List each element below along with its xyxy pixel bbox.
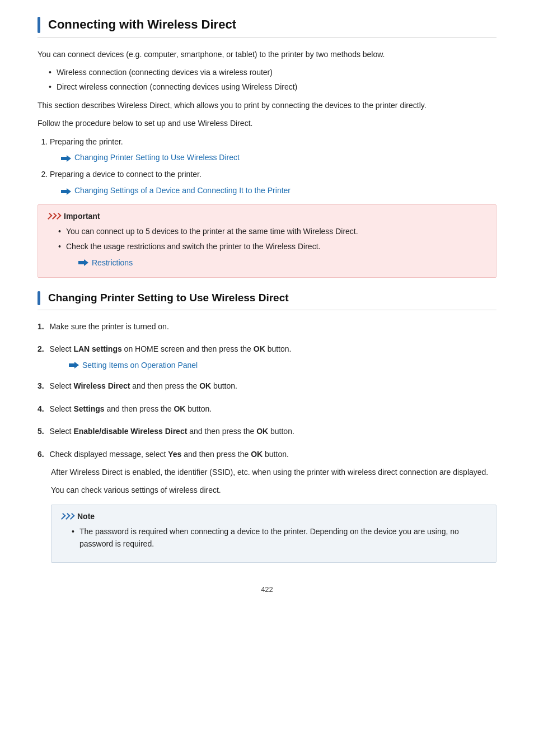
- step6-bold1: Yes: [168, 450, 181, 459]
- step2-after: on HOME screen and then press the: [122, 344, 254, 353]
- link-changing-settings-device[interactable]: Changing Settings of a Device and Connec…: [61, 184, 496, 197]
- bullet-item: Wireless connection (connecting devices …: [49, 66, 496, 78]
- step5-num: 5.: [38, 427, 44, 436]
- step5-text: 5. Select Enable/disable Wireless Direct…: [38, 425, 496, 437]
- step3-end: button.: [211, 381, 237, 390]
- step4-bold2: OK: [174, 404, 185, 413]
- step3-bold2: OK: [199, 381, 211, 390]
- step3-before: Select: [50, 381, 74, 390]
- section2-step5: 5. Select Enable/disable Wireless Direct…: [38, 425, 496, 437]
- section1-title: Connecting with Wireless Direct: [48, 17, 236, 33]
- section1-desc1: This section describes Wireless Direct, …: [38, 99, 496, 111]
- blue-bar-accent: [38, 17, 40, 33]
- arrow-icon-2: [61, 186, 71, 194]
- step1-content: Make sure the printer is turned on.: [50, 322, 169, 331]
- link-changing-settings-device-label: Changing Settings of a Device and Connec…: [74, 184, 291, 197]
- step3-num: 3.: [38, 381, 44, 390]
- step4-text: 4. Select Settings and then press the OK…: [38, 403, 496, 415]
- section1-title-block: Connecting with Wireless Direct: [38, 17, 496, 38]
- step3-text: 3. Select Wireless Direct and then press…: [38, 380, 496, 392]
- step2-end: button.: [265, 344, 292, 353]
- section1-steps-list: Preparing the printer. Changing Printer …: [38, 136, 496, 197]
- step6-end: button.: [263, 450, 289, 459]
- link-changing-printer-setting-label: Changing Printer Setting to Use Wireless…: [74, 151, 240, 164]
- step5-bold1: Enable/disable Wireless Direct: [73, 427, 187, 436]
- step4-bold1: Settings: [73, 404, 104, 413]
- blue-bar-accent-2: [38, 291, 40, 305]
- step3-bold1: Wireless Direct: [73, 381, 130, 390]
- triple-chevron-note-icon: [60, 514, 74, 519]
- link-changing-printer-setting[interactable]: Changing Printer Setting to Use Wireless…: [61, 151, 496, 164]
- link-setting-items[interactable]: Setting Items on Operation Panel: [69, 361, 496, 370]
- important-bullet-1: You can connect up to 5 devices to the p…: [58, 225, 487, 237]
- step5-bold2: OK: [256, 427, 268, 436]
- step1-num: 1.: [38, 322, 44, 331]
- link-setting-items-label: Setting Items on Operation Panel: [82, 361, 198, 370]
- note-header: Note: [60, 512, 487, 521]
- note-label: Note: [77, 512, 95, 521]
- step6-bold2: OK: [251, 450, 263, 459]
- step4-after: and then press the: [105, 404, 174, 413]
- step2-bold2: OK: [254, 344, 265, 353]
- step6-num: 6.: [38, 450, 44, 459]
- important-box: Important You can connect up to 5 device…: [38, 204, 496, 278]
- step2-item: Preparing a device to connect to the pri…: [50, 168, 496, 197]
- step2-bold1: LAN settings: [73, 344, 121, 353]
- section2-title-block: Changing Printer Setting to Use Wireless…: [38, 291, 496, 310]
- step2-text: 2. Select LAN settings on HOME screen an…: [38, 343, 496, 355]
- note-box: Note The password is required when conne…: [51, 505, 496, 563]
- step1-text: Preparing the printer.: [50, 137, 123, 146]
- svg-marker-2: [78, 259, 88, 266]
- section2-step3: 3. Select Wireless Direct and then press…: [38, 380, 496, 392]
- section2-step6: 6. Check displayed message, select Yes a…: [38, 448, 496, 563]
- step6-before: Check displayed message, select: [50, 450, 168, 459]
- section2-title: Changing Printer Setting to Use Wireless…: [48, 291, 289, 305]
- svg-marker-0: [61, 155, 71, 162]
- step1-item: Preparing the printer. Changing Printer …: [50, 136, 496, 164]
- arrow-icon: [61, 153, 71, 161]
- important-bullets: You can connect up to 5 devices to the p…: [47, 225, 487, 253]
- step2-before: Select: [50, 344, 74, 353]
- step6-after: and then press the: [181, 450, 251, 459]
- triple-chevron-icon: [47, 213, 60, 219]
- section2-step2: 2. Select LAN settings on HOME screen an…: [38, 343, 496, 370]
- step3-after: and then press the: [130, 381, 199, 390]
- link-restrictions[interactable]: Restrictions: [78, 258, 487, 267]
- important-label: Important: [64, 212, 100, 221]
- section1-intro: You can connect devices (e.g. computer, …: [38, 48, 496, 60]
- step4-before: Select: [50, 404, 74, 413]
- section1-desc2: Follow the procedure below to set up and…: [38, 117, 496, 129]
- step2-text: Preparing a device to connect to the pri…: [50, 170, 202, 179]
- svg-marker-3: [69, 362, 79, 368]
- section1-bullets: Wireless connection (connecting devices …: [38, 66, 496, 94]
- page-number: 422: [38, 585, 496, 594]
- step4-num: 4.: [38, 404, 44, 413]
- section2-step4: 4. Select Settings and then press the OK…: [38, 403, 496, 415]
- section2-step1: 1. Make sure the printer is turned on.: [38, 320, 496, 333]
- note-bullets: The password is required when connecting…: [60, 525, 487, 550]
- step5-after: and then press the: [187, 427, 256, 436]
- arrow-icon-setting-items: [69, 361, 79, 369]
- step1-text: 1. Make sure the printer is turned on.: [38, 320, 496, 333]
- link-restrictions-label: Restrictions: [92, 258, 133, 267]
- step5-before: Select: [50, 427, 74, 436]
- note-bullet-1: The password is required when connecting…: [72, 525, 487, 550]
- step6-extra2: You can check various settings of wirele…: [38, 484, 496, 496]
- important-bullet-2: Check the usage restrictions and switch …: [58, 240, 487, 253]
- bullet-item: Direct wireless connection (connecting d…: [49, 81, 496, 93]
- important-header: Important: [47, 212, 487, 221]
- step5-end: button.: [268, 427, 294, 436]
- step2-num: 2.: [38, 344, 44, 353]
- step6-text: 6. Check displayed message, select Yes a…: [38, 448, 496, 460]
- step4-end: button.: [185, 404, 212, 413]
- svg-marker-1: [61, 188, 71, 195]
- step6-extra1: After Wireless Direct is enabled, the id…: [38, 466, 496, 478]
- arrow-icon-restrictions: [78, 259, 88, 267]
